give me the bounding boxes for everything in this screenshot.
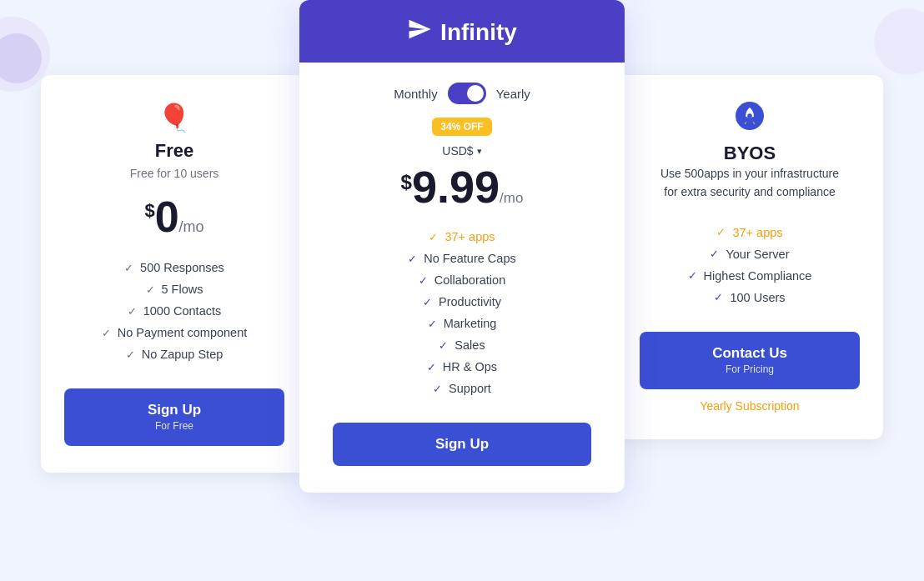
- list-item: ✓Collaboration: [333, 269, 591, 291]
- badge-area: 34% OFF: [333, 118, 591, 144]
- check-orange-icon: ✓: [429, 231, 438, 243]
- pricing-container: 🎈 Free Free for 10 users $0/mo ✓500 Resp…: [0, 0, 924, 493]
- feature-text: Marketing: [444, 317, 497, 330]
- currency-selector[interactable]: USD$ ▾: [333, 144, 591, 158]
- feature-text: 500 Responses: [140, 261, 224, 274]
- feature-text: 37+ apps: [444, 230, 495, 243]
- byos-card: BYOS Use 500apps in your infrastructure …: [616, 75, 883, 439]
- free-price-sup: $: [144, 200, 154, 221]
- feature-text: Collaboration: [434, 273, 505, 287]
- yearly-subscription-text: Yearly Subscription: [640, 399, 860, 413]
- list-item: ✓HR & Ops: [333, 356, 591, 378]
- svg-point-1: [747, 113, 752, 118]
- byos-title-text: BYOS: [724, 143, 776, 164]
- currency-label: USD$: [442, 144, 473, 158]
- infinity-features-list: ✓37+ apps ✓No Feature Caps ✓Collaboratio…: [333, 226, 591, 399]
- chevron-down-icon: ▾: [477, 146, 482, 157]
- byos-desc-line1: Use 500apps in your infrastructure: [660, 167, 839, 180]
- list-item: ✓No Feature Caps: [333, 248, 591, 269]
- check-blue-icon: ✓: [433, 383, 442, 395]
- byos-cta-sub: For Pricing: [653, 363, 846, 375]
- billing-toggle-area: Monthly Yearly: [333, 83, 591, 104]
- free-card-title: Free: [64, 140, 284, 162]
- feature-text: Your Server: [726, 248, 789, 261]
- byos-desc-line2: for extra security and compliance: [664, 185, 835, 198]
- free-price-per-mo: /mo: [179, 218, 204, 235]
- check-blue-icon: ✓: [710, 248, 719, 260]
- toggle-thumb: [467, 85, 484, 102]
- yearly-label: Yearly: [496, 87, 530, 101]
- free-price: $0/mo: [144, 193, 203, 241]
- free-signup-button[interactable]: Sign Up For Free: [64, 388, 284, 446]
- check-blue-icon: ✓: [439, 339, 448, 352]
- feature-text: No Zapup Step: [142, 348, 223, 361]
- deco-circle-right: [874, 8, 924, 75]
- rocket-icon: [736, 102, 764, 136]
- contact-us-button[interactable]: Contact Us For Pricing: [640, 332, 860, 389]
- check-blue-icon: ✓: [714, 291, 723, 303]
- free-price-main: 0: [155, 193, 179, 241]
- check-icon: ✓: [146, 283, 155, 296]
- monthly-label: Monthly: [394, 87, 438, 101]
- check-orange-icon: ✓: [716, 226, 726, 238]
- feature-text: No Feature Caps: [424, 252, 515, 265]
- list-item: ✓No Zapup Step: [64, 343, 284, 365]
- list-item: ✓Sales: [333, 334, 591, 356]
- feature-text: Sales: [454, 338, 485, 352]
- infinity-cta-label: Sign Up: [435, 436, 489, 452]
- billing-toggle[interactable]: [448, 83, 486, 104]
- byos-features-list: ✓37+ apps ✓Your Server ✓Highest Complian…: [640, 222, 860, 308]
- list-item: ✓No Payment component: [64, 322, 284, 343]
- byos-description: Use 500apps in your infrastructure for e…: [640, 164, 860, 202]
- feature-text: 37+ apps: [732, 226, 782, 239]
- check-icon: ✓: [126, 348, 135, 361]
- free-cta-sub: For Free: [78, 420, 271, 432]
- infinity-signup-button[interactable]: Sign Up: [333, 423, 591, 466]
- list-item: ✓Productivity: [333, 291, 591, 313]
- feature-text: HR & Ops: [443, 360, 497, 373]
- paper-plane-icon: [407, 17, 432, 48]
- byos-cta-label: Contact Us: [712, 345, 787, 361]
- check-blue-icon: ✓: [427, 361, 436, 373]
- free-cta-label: Sign Up: [148, 402, 201, 418]
- feature-text: Highest Compliance: [704, 269, 812, 283]
- list-item: ✓500 Responses: [64, 257, 284, 278]
- infinity-title: Infinity: [440, 19, 517, 46]
- list-item: ✓37+ apps: [333, 226, 591, 248]
- list-item: ✓Your Server: [640, 243, 860, 265]
- infinity-price-area: $9.99/mo: [333, 164, 591, 209]
- infinity-price-amount: 9.99: [412, 162, 500, 212]
- free-card-icon-area: 🎈: [64, 102, 284, 133]
- list-item: ✓Marketing: [333, 313, 591, 334]
- infinity-price-dollar: $: [401, 171, 412, 194]
- feature-text: 100 Users: [730, 291, 785, 304]
- check-blue-icon: ✓: [408, 253, 417, 265]
- list-item: ✓100 Users: [640, 287, 860, 308]
- check-blue-icon: ✓: [423, 296, 432, 308]
- check-icon: ✓: [124, 262, 133, 274]
- free-price-area: $0/mo: [64, 195, 284, 238]
- list-item: ✓37+ apps: [640, 222, 860, 243]
- check-blue-icon: ✓: [419, 274, 428, 287]
- free-features-list: ✓500 Responses ✓5 Flows ✓1000 Contacts ✓…: [64, 257, 284, 365]
- feature-text: 5 Flows: [162, 283, 203, 296]
- list-item: ✓Support: [333, 378, 591, 399]
- feature-text: Support: [449, 382, 491, 395]
- check-blue-icon: ✓: [428, 318, 437, 330]
- list-item: ✓1000 Contacts: [64, 300, 284, 322]
- balloon-icon: 🎈: [158, 102, 191, 133]
- list-item: ✓Highest Compliance: [640, 265, 860, 287]
- check-blue-icon: ✓: [688, 269, 697, 282]
- byos-icon-area: [640, 102, 860, 136]
- byos-card-title: BYOS: [640, 143, 860, 164]
- infinity-body: Monthly Yearly 34% OFF USD$ ▾ $9.99/mo: [299, 63, 625, 493]
- free-title-text: Free: [155, 140, 193, 162]
- list-item: ✓5 Flows: [64, 278, 284, 300]
- discount-badge: 34% OFF: [432, 118, 491, 136]
- check-icon: ✓: [128, 305, 137, 318]
- free-card: 🎈 Free Free for 10 users $0/mo ✓500 Resp…: [41, 75, 308, 473]
- check-icon: ✓: [102, 327, 111, 339]
- feature-text: Productivity: [439, 295, 501, 308]
- feature-text: No Payment component: [118, 326, 248, 339]
- infinity-header: Infinity: [299, 0, 625, 63]
